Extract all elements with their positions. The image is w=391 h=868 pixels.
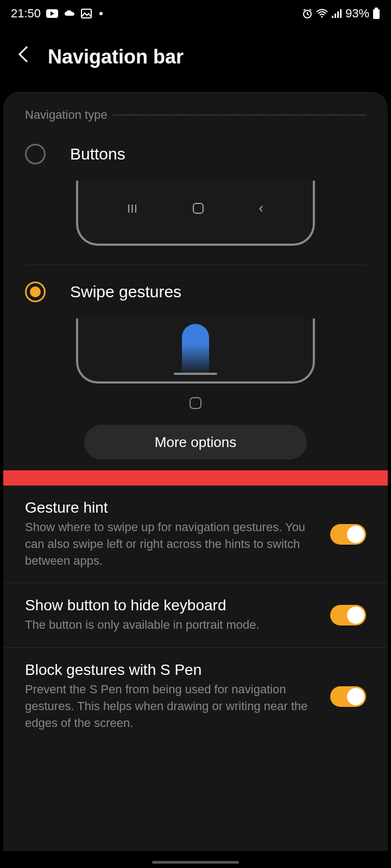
- setting-title: Show button to hide keyboard: [25, 597, 319, 614]
- setting-text: Block gestures with S Pen Prevent the S …: [25, 661, 319, 731]
- content-card: Navigation type Buttons ‹ Swipe gestures…: [3, 92, 388, 851]
- status-right: 93%: [302, 7, 380, 21]
- svg-rect-8: [373, 9, 380, 19]
- status-time: 21:50: [11, 7, 41, 21]
- battery-percent: 93%: [345, 7, 369, 21]
- back-button[interactable]: [16, 43, 31, 70]
- radio-label-swipe: Swipe gestures: [70, 283, 181, 301]
- wifi-icon: [316, 9, 328, 18]
- svg-rect-6: [337, 11, 339, 18]
- square-icon: [190, 397, 201, 409]
- gesture-hint-bar: [174, 373, 217, 375]
- home-indicator[interactable]: [152, 861, 239, 864]
- svg-rect-9: [375, 8, 378, 9]
- svg-rect-7: [340, 9, 342, 18]
- cloud-icon: [64, 9, 75, 18]
- setting-desc: The button is only available in portrait…: [25, 617, 319, 634]
- radio-option-buttons[interactable]: Buttons: [3, 127, 388, 175]
- youtube-icon: [46, 9, 58, 18]
- toggle-block-spen[interactable]: [330, 686, 366, 707]
- preview-swipe: [76, 318, 315, 384]
- svg-rect-5: [335, 14, 336, 18]
- hint-indicator: [3, 397, 388, 411]
- gesture-thumb-icon: [182, 324, 209, 375]
- setting-text: Gesture hint Show where to swipe up for …: [25, 499, 319, 569]
- signal-icon: [331, 9, 342, 18]
- svg-point-3: [321, 16, 323, 18]
- svg-rect-1: [81, 9, 91, 18]
- toggle-gesture-hint[interactable]: [330, 524, 366, 545]
- back-icon: ‹: [258, 200, 263, 216]
- setting-title: Gesture hint: [25, 499, 319, 516]
- preview-buttons: ‹: [76, 181, 315, 246]
- recents-icon: [128, 203, 137, 213]
- setting-hide-keyboard[interactable]: Show button to hide keyboard The button …: [3, 583, 388, 648]
- setting-desc: Prevent the S Pen from being used for na…: [25, 681, 319, 731]
- radio-label-buttons: Buttons: [70, 145, 125, 163]
- setting-desc: Show where to swipe up for navigation ge…: [25, 519, 319, 569]
- alarm-icon: [302, 8, 313, 19]
- highlight-marker: [3, 470, 388, 486]
- home-icon: [193, 203, 204, 214]
- setting-title: Block gestures with S Pen: [25, 661, 319, 679]
- radio-selected-icon: [25, 282, 46, 302]
- image-icon: [81, 9, 92, 18]
- battery-icon: [373, 8, 380, 20]
- setting-block-spen[interactable]: Block gestures with S Pen Prevent the S …: [3, 648, 388, 745]
- toggle-hide-keyboard[interactable]: [330, 605, 366, 626]
- dotted-line: [113, 114, 366, 116]
- status-bar: 21:50 93%: [0, 0, 391, 27]
- svg-rect-4: [332, 16, 333, 18]
- page-title: Navigation bar: [48, 46, 184, 68]
- dot-icon: [99, 12, 103, 15]
- setting-text: Show button to hide keyboard The button …: [25, 597, 319, 634]
- section-header: Navigation type: [3, 108, 388, 127]
- radio-unselected-icon: [25, 144, 46, 164]
- setting-gesture-hint[interactable]: Gesture hint Show where to swipe up for …: [3, 486, 388, 583]
- status-left: 21:50: [11, 7, 103, 21]
- more-options-button[interactable]: More options: [84, 425, 307, 459]
- section-label: Navigation type: [25, 108, 108, 122]
- radio-option-swipe[interactable]: Swipe gestures: [3, 265, 388, 313]
- page-header: Navigation bar: [0, 27, 391, 92]
- more-options-label: More options: [155, 434, 236, 451]
